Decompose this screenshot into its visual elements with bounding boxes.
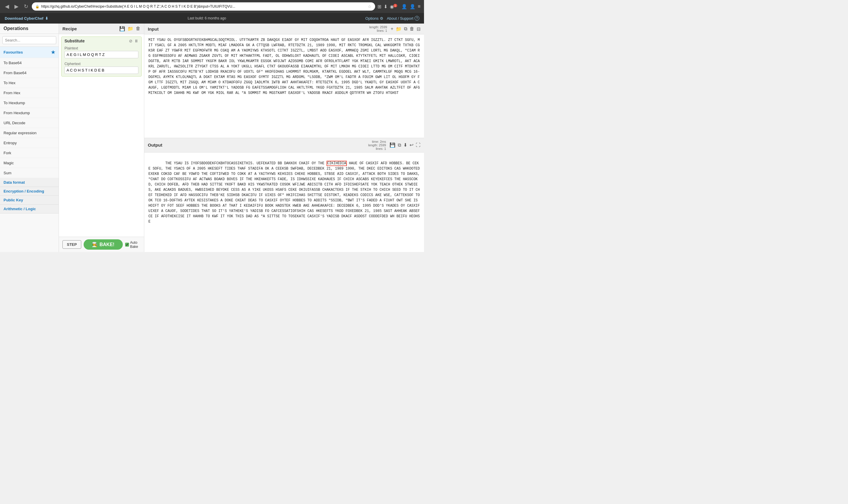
ciphertext-input[interactable] <box>65 67 138 74</box>
output-panel: Output time: 2ms length: 2599 lines: 1 💾… <box>144 138 424 252</box>
plaintext-input[interactable] <box>65 51 138 58</box>
refresh-button[interactable]: ↻ <box>22 3 30 10</box>
badge: 1 <box>393 4 397 7</box>
recipe-title: Recipe <box>62 26 77 31</box>
output-text-before: THE YSAU IS IYOFSBDODEKFCKBHTOCASSIKETHI… <box>165 161 327 165</box>
io-area: Input length: 2599 lines: 1 + 📁 ⧉ 🗑 ⊟ <box>144 23 424 252</box>
options-link[interactable]: Options ⚙ <box>365 16 383 21</box>
sidebar-section-encryption[interactable]: Encryption / Encoding <box>0 187 59 196</box>
input-folder-icon[interactable]: 📁 <box>396 26 402 32</box>
input-expand-icon[interactable]: ⊟ <box>417 26 420 32</box>
recipe-pause-icon[interactable]: ⏸ <box>134 39 138 43</box>
sidebar-item-favourites-label: Favourites <box>3 50 23 54</box>
options-label: Options <box>365 16 379 21</box>
sidebar-item-from-hexdump[interactable]: From Hexdump <box>0 108 59 118</box>
output-header-right: time: 2ms length: 2599 lines: 1 💾 ⧉ ⬇ ↩ … <box>368 140 420 150</box>
address-bar[interactable]: 🔒 https://gchq.github.io/CyberChef/#reci… <box>32 2 375 11</box>
recipe-save-icon[interactable]: 💾 <box>119 26 125 32</box>
sidebar-item-from-base64[interactable]: From Base64 <box>0 68 59 78</box>
sidebar-search-container <box>0 34 59 47</box>
main-layout: Operations Favourites ★ To Base64 From B… <box>0 23 424 252</box>
sidebar-section-data-format[interactable]: Data format <box>0 178 59 187</box>
output-meta: time: 2ms length: 2599 lines: 1 <box>368 140 386 150</box>
app-title[interactable]: Download CyberChef ⬇ <box>5 16 48 21</box>
avatar-icon[interactable]: 👤 <box>401 4 407 10</box>
recipe-ciphertext-field: Ciphertext <box>61 61 141 76</box>
input-trash-icon[interactable]: 🗑 <box>410 26 414 32</box>
about-icon: ? <box>415 16 419 21</box>
sidebar-item-from-hex-label: From Hex <box>3 91 20 95</box>
sidebar-item-to-hex-label: To Hex <box>3 81 15 85</box>
app-bar: Download CyberChef ⬇ Last build: 6 month… <box>0 13 424 23</box>
output-icons: 💾 ⧉ ⬇ ↩ ⛶ <box>390 142 420 148</box>
back-button[interactable]: ◀ <box>3 3 11 10</box>
sidebar-item-regex[interactable]: Regular expression <box>0 128 59 138</box>
bookmark-icon[interactable]: ☆ <box>368 4 372 9</box>
lock-icon: 🔒 <box>35 5 39 8</box>
avatar2-icon[interactable]: 👤 <box>410 4 415 10</box>
sidebar-section-public-key[interactable]: Public Key <box>0 196 59 204</box>
output-header: Output time: 2ms length: 2599 lines: 1 💾… <box>144 138 424 152</box>
sidebar-item-to-base64[interactable]: To Base64 <box>0 58 59 68</box>
sidebar-item-magic[interactable]: Magic <box>0 158 59 168</box>
recipe-trash-icon[interactable]: 🗑 <box>136 26 141 32</box>
sidebar-item-to-hexdump-label: To Hexdump <box>3 101 25 105</box>
auto-bake-checkbox[interactable] <box>125 242 129 247</box>
sidebar-item-entropy[interactable]: Entropy <box>0 138 59 148</box>
sidebar-section-arithmetic[interactable]: Arithmetic / Logic <box>0 204 59 213</box>
input-header-right: length: 2599 lines: 1 + 📁 ⧉ 🗑 ⊟ <box>369 25 420 32</box>
recipe-footer: STEP 🧑‍🍳 BAKE! Auto Bake <box>59 237 144 252</box>
menu-icon[interactable]: ≡ <box>418 4 420 9</box>
app-bar-right: Options ⚙ About / Support ? <box>365 16 419 21</box>
output-download-icon[interactable]: ⬇ <box>403 142 407 148</box>
sidebar-item-favourites[interactable]: Favourites ★ <box>0 47 59 58</box>
output-expand-icon[interactable]: ⛶ <box>416 143 420 148</box>
sidebar-item-url-decode-label: URL Decode <box>3 121 25 125</box>
forward-button[interactable]: ▶ <box>13 3 20 10</box>
bake-button[interactable]: 🧑‍🍳 BAKE! <box>84 239 123 250</box>
sidebar: Operations Favourites ★ To Base64 From B… <box>0 23 59 252</box>
input-content[interactable]: MIT YSAU OL OYGFSBDGRTKFEKBHMGCALSOQTMIO… <box>144 34 424 138</box>
sidebar-item-regex-label: Regular expression <box>3 131 37 135</box>
step-button[interactable]: STEP <box>62 240 81 249</box>
download-browser-icon[interactable]: ⬇ <box>384 4 387 10</box>
plaintext-label: Plaintext <box>65 46 138 50</box>
sidebar-item-sum-label: Sum <box>3 171 12 175</box>
output-undo-icon[interactable]: ↩ <box>410 142 413 148</box>
input-meta: length: 2599 lines: 1 <box>369 25 387 32</box>
about-label: About / Support <box>387 16 413 21</box>
recipe-folder-icon[interactable]: 📁 <box>127 26 133 32</box>
recipe-disable-icon[interactable]: ⊘ <box>129 39 132 43</box>
input-length: length: 2599 <box>369 25 387 29</box>
input-add-icon[interactable]: + <box>391 26 393 32</box>
input-icons: + 📁 ⧉ 🗑 ⊟ <box>391 26 420 32</box>
recipe-op-header: Substitute ⊘ ⏸ <box>61 37 141 45</box>
recipe-panel: Recipe 💾 📁 🗑 Substitute ⊘ ⏸ Plaintext <box>59 23 144 252</box>
extensions-icon[interactable]: ⊞ <box>378 4 381 10</box>
input-copy-icon[interactable]: ⧉ <box>404 26 407 32</box>
output-lines: lines: 1 <box>368 147 386 150</box>
sidebar-item-fork-label: Fork <box>3 151 11 155</box>
sidebar-items: Favourites ★ To Base64 From Base64 To He… <box>0 47 59 252</box>
recipe-op-title: Substitute <box>65 39 85 43</box>
url-text: https://gchq.github.io/CyberChef/#recipe… <box>41 4 366 8</box>
input-panel: Input length: 2599 lines: 1 + 📁 ⧉ 🗑 ⊟ <box>144 23 424 138</box>
input-title: Input <box>148 26 159 32</box>
sidebar-item-url-decode[interactable]: URL Decode <box>0 118 59 128</box>
sidebar-item-from-hex[interactable]: From Hex <box>0 88 59 98</box>
sidebar-item-to-hex[interactable]: To Hex <box>0 78 59 88</box>
sidebar-item-from-base64-label: From Base64 <box>3 71 26 75</box>
recipe-header: Recipe 💾 📁 🗑 <box>59 23 144 34</box>
output-save-icon[interactable]: 💾 <box>390 142 395 148</box>
ciphertext-label: Ciphertext <box>65 62 138 66</box>
sidebar-item-sum[interactable]: Sum <box>0 168 59 178</box>
sidebar-item-to-hexdump[interactable]: To Hexdump <box>0 98 59 108</box>
app-download-icon: ⬇ <box>45 16 48 21</box>
output-copy-icon[interactable]: ⧉ <box>398 143 401 148</box>
about-link[interactable]: About / Support ? <box>387 16 419 21</box>
recipe-plaintext-field: Plaintext <box>61 45 141 61</box>
sidebar-item-entropy-label: Entropy <box>3 141 17 145</box>
sidebar-item-fork[interactable]: Fork <box>0 148 59 158</box>
search-input[interactable] <box>2 36 56 44</box>
browser-chrome: ◀ ▶ ↻ 🔒 https://gchq.github.io/CyberChef… <box>0 0 424 13</box>
